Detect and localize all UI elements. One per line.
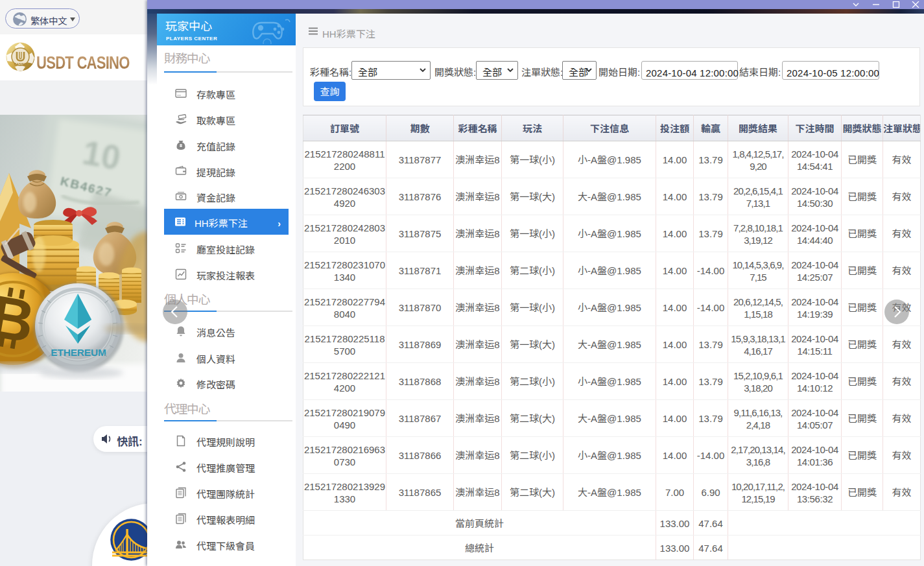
svg-text:CASINO: CASINO [14, 62, 27, 66]
svg-text:ETHEREUM: ETHEREUM [51, 344, 106, 359]
